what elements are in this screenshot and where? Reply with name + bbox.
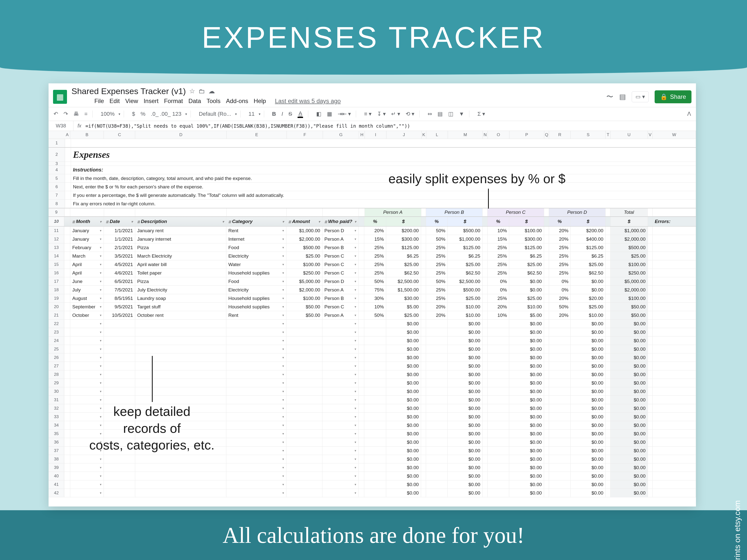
row-38[interactable]: 38 $0.00$0.00$0.00$0.00$0.00 — [49, 455, 696, 463]
col-O[interactable]: O — [488, 131, 510, 139]
row-26[interactable]: 26 $0.00$0.00$0.00$0.00$0.00 — [49, 353, 696, 362]
row-39[interactable]: 39 $0.00$0.00$0.00$0.00$0.00 — [49, 463, 696, 472]
row-6[interactable]: 6Next, enter the $ or % for each person'… — [49, 183, 696, 191]
currency-button[interactable]: $ — [130, 110, 136, 118]
menu-addons[interactable]: Add-ons — [226, 98, 248, 105]
row-23[interactable]: 23 $0.00$0.00$0.00$0.00$0.00 — [49, 328, 696, 337]
document-title[interactable]: Shared Expenses Tracker (v1) — [72, 86, 186, 96]
rotate-button[interactable]: ⟲ ▾ — [404, 110, 416, 118]
menu-view[interactable]: View — [125, 98, 138, 105]
redo-button[interactable]: ↷ — [62, 110, 70, 118]
percent-button[interactable]: % — [139, 110, 147, 118]
col-N[interactable]: N — [483, 131, 488, 139]
strike-button[interactable]: S — [287, 110, 294, 118]
row-24[interactable]: 24 $0.00$0.00$0.00$0.00$0.00 — [49, 337, 696, 345]
link-button[interactable]: ⇔ — [426, 110, 434, 118]
comment-button[interactable]: ▤ — [436, 110, 444, 118]
row-29[interactable]: 29 $0.00$0.00$0.00$0.00$0.00 — [49, 379, 696, 387]
menu-help[interactable]: Help — [254, 98, 266, 105]
borders-button[interactable]: ▦ — [326, 110, 334, 118]
row-2[interactable]: 2Expenses — [49, 148, 696, 162]
col-Q[interactable]: Q — [544, 131, 549, 139]
col-R[interactable]: R — [549, 131, 571, 139]
col-W[interactable]: W — [653, 131, 696, 139]
functions-button[interactable]: Σ ▾ — [476, 110, 487, 118]
col-A[interactable]: A — [65, 131, 70, 139]
row-22[interactable]: 22 $0.00$0.00$0.00$0.00$0.00 — [49, 320, 696, 328]
row-30[interactable]: 30 $0.00$0.00$0.00$0.00$0.00 — [49, 387, 696, 396]
row-41[interactable]: 41 $0.00$0.00$0.00$0.00$0.00 — [49, 480, 696, 489]
share-button[interactable]: 🔒 Share — [654, 90, 692, 103]
row-12[interactable]: 12 January 1/1/2021 January internet Int… — [49, 235, 696, 243]
last-edit-link[interactable]: Last edit was 5 days ago — [275, 98, 341, 105]
paint-format-button[interactable]: ⌗ — [83, 110, 89, 118]
valign-button[interactable]: ↧ ▾ — [376, 110, 387, 118]
row-28[interactable]: 28 $0.00$0.00$0.00$0.00$0.00 — [49, 370, 696, 379]
move-icon[interactable]: 🗀 — [199, 87, 205, 95]
row-16[interactable]: 16 April 4/6/2021 Toilet paper Household… — [49, 269, 696, 277]
menu-file[interactable]: File — [94, 98, 104, 105]
menu-edit[interactable]: Edit — [109, 98, 120, 105]
present-button[interactable]: ▭ ▾ — [632, 91, 649, 102]
row-27[interactable]: 27 $0.00$0.00$0.00$0.00$0.00 — [49, 362, 696, 370]
comments-icon[interactable]: ▤ — [619, 92, 626, 101]
col-H[interactable]: H — [359, 131, 365, 139]
zoom-select[interactable]: 100% — [99, 110, 116, 118]
col-K[interactable]: K — [421, 131, 426, 139]
chart-button[interactable]: ◫ — [447, 110, 455, 118]
col-U[interactable]: U — [611, 131, 648, 139]
col-P[interactable]: P — [510, 131, 544, 139]
bold-button[interactable]: B — [271, 110, 278, 118]
italic-button[interactable]: I — [280, 110, 284, 118]
row-21[interactable]: 21 October 10/5/2021 October rent Rent $… — [49, 311, 696, 320]
row-25[interactable]: 25 $0.00$0.00$0.00$0.00$0.00 — [49, 345, 696, 353]
halign-button[interactable]: ≡ ▾ — [363, 110, 373, 118]
text-color-button[interactable]: A — [296, 109, 305, 119]
col-V[interactable]: V — [648, 131, 653, 139]
col-G[interactable]: G — [323, 131, 359, 139]
collapse-toolbar-icon[interactable]: ᐱ — [686, 110, 693, 118]
row-3[interactable]: 3 — [49, 162, 696, 166]
col-T[interactable]: T — [606, 131, 610, 139]
row-17[interactable]: 17 June 6/5/2021 Pizza Food $5,000.00 Pe… — [49, 277, 696, 286]
row-20[interactable]: 20 September 9/5/2021 Target stuff House… — [49, 303, 696, 311]
font-select[interactable]: Default (Ro... — [197, 110, 233, 118]
row-5[interactable]: 5Fill in the month, date, description, c… — [49, 174, 696, 183]
col-B[interactable]: B — [70, 131, 104, 139]
col-J[interactable]: J — [386, 131, 421, 139]
row-1[interactable]: 1 — [49, 139, 696, 148]
fill-color-button[interactable]: ◧ — [315, 110, 323, 118]
filter-button[interactable]: ▼ — [457, 110, 466, 118]
col-E[interactable]: E — [227, 131, 287, 139]
menu-format[interactable]: Format — [164, 98, 183, 105]
row-15[interactable]: 15 April 4/5/2021 April water bill Water… — [49, 260, 696, 269]
menu-insert[interactable]: Insert — [144, 98, 159, 105]
row-31[interactable]: 31 $0.00$0.00$0.00$0.00$0.00 — [49, 396, 696, 404]
row-40[interactable]: 40 $0.00$0.00$0.00$0.00$0.00 — [49, 472, 696, 480]
menu-data[interactable]: Data — [188, 98, 201, 105]
row-9[interactable]: 9Person APerson BPerson CPerson DTotal — [49, 208, 696, 216]
star-icon[interactable]: ☆ — [189, 87, 195, 95]
row-13[interactable]: 13 February 2/1/2021 Pizza Food $500.00 … — [49, 243, 696, 252]
col-D[interactable]: D — [135, 131, 227, 139]
row-18[interactable]: 18 July 7/5/2021 July Electricity Electr… — [49, 286, 696, 294]
font-size[interactable]: 11 — [247, 110, 256, 118]
col-I[interactable]: I — [365, 131, 386, 139]
menu-tools[interactable]: Tools — [206, 98, 221, 105]
cloud-icon[interactable]: ☁ — [208, 87, 215, 95]
name-box[interactable]: W38 — [49, 121, 74, 131]
row-7[interactable]: 7If you enter a percentage, the $ will g… — [49, 191, 696, 199]
undo-button[interactable]: ↶ — [52, 110, 59, 118]
row-4[interactable]: 4Instructions: — [49, 166, 696, 174]
wrap-button[interactable]: ↵ ▾ — [390, 110, 402, 118]
activity-icon[interactable]: 〜 — [606, 92, 613, 102]
merge-button[interactable]: ⇥⇤ ▾ — [336, 110, 352, 118]
col-F[interactable]: F — [287, 131, 323, 139]
row-14[interactable]: 14 March 3/5/2021 March Electricity Elec… — [49, 252, 696, 260]
formula-input[interactable]: =if(NOT(U38=F38),"Split needs to equal 1… — [85, 123, 696, 129]
row-19[interactable]: 19 August 8/5/1951 Laundry soap Househol… — [49, 294, 696, 303]
print-button[interactable]: 🖶 — [72, 110, 80, 118]
col-M[interactable]: M — [448, 131, 483, 139]
col-L[interactable]: L — [426, 131, 448, 139]
number-format-button[interactable]: .0_ .00_ 123 — [149, 110, 183, 118]
